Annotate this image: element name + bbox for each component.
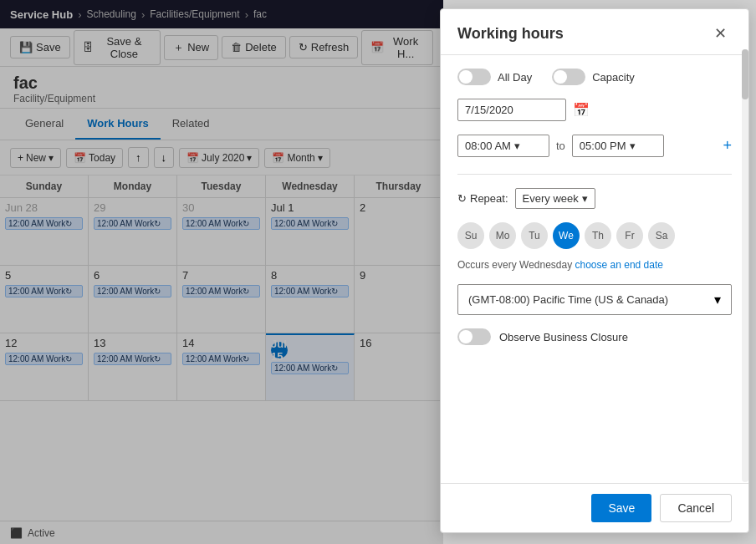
- divider: [457, 174, 732, 175]
- repeat-row: ↻ Repeat: Every week ▾: [457, 188, 732, 209]
- capacity-toggle-group: Capacity: [552, 69, 635, 85]
- day-sunday[interactable]: Su: [457, 222, 484, 249]
- occurs-text: Occurs every Wednesday choose an end dat…: [457, 259, 732, 271]
- repeat-value: Every week: [523, 192, 579, 205]
- close-button[interactable]: ✕: [709, 23, 732, 44]
- repeat-label: ↻ Repeat:: [457, 192, 508, 205]
- panel-header: Working hours ✕: [441, 9, 748, 55]
- timezone-label: (GMT-08:00) Pacific Time (US & Canada): [468, 293, 668, 306]
- start-time-select[interactable]: 08:00 AM ▾: [457, 135, 549, 157]
- timezone-chevron-icon: ▾: [714, 292, 721, 308]
- panel-title: Working hours: [457, 25, 564, 43]
- scrollbar-thumb[interactable]: [742, 49, 748, 99]
- repeat-chevron-icon: ▾: [582, 192, 588, 205]
- start-time-chevron: ▾: [514, 140, 520, 152]
- observe-row: Observe Business Closure: [457, 328, 732, 345]
- end-time-value: 05:00 PM: [580, 140, 626, 152]
- end-time-select[interactable]: 05:00 PM ▾: [572, 135, 664, 157]
- day-thursday[interactable]: Th: [585, 222, 611, 249]
- observe-label: Observe Business Closure: [499, 331, 628, 343]
- occurs-description: Occurs every Wednesday: [457, 259, 572, 271]
- time-row: 08:00 AM ▾ to 05:00 PM ▾ +: [457, 135, 732, 157]
- days-row: Su Mo Tu We Th Fr Sa: [457, 222, 732, 249]
- observe-toggle[interactable]: [457, 328, 491, 345]
- capacity-label: Capacity: [592, 71, 635, 84]
- cancel-button[interactable]: Cancel: [660, 494, 732, 522]
- day-tuesday[interactable]: Tu: [521, 222, 548, 249]
- capacity-toggle[interactable]: [552, 69, 585, 85]
- time-to-label: to: [556, 140, 565, 152]
- toggle-row: All Day Capacity: [457, 69, 732, 85]
- choose-end-date-link[interactable]: choose an end date: [575, 259, 663, 271]
- working-hours-panel: Working hours ✕ All Day Capacity 📅 08:00…: [440, 8, 749, 533]
- day-wednesday[interactable]: We: [553, 222, 580, 249]
- date-row: 📅: [457, 99, 732, 121]
- calendar-picker-icon[interactable]: 📅: [573, 102, 590, 118]
- add-time-button[interactable]: +: [723, 137, 732, 155]
- date-input[interactable]: [457, 99, 566, 121]
- all-day-toggle-group: All Day: [457, 69, 532, 85]
- start-time-value: 08:00 AM: [465, 140, 511, 152]
- all-day-toggle[interactable]: [457, 69, 491, 85]
- repeat-label-text: Repeat:: [470, 192, 508, 205]
- repeat-select[interactable]: Every week ▾: [515, 188, 595, 209]
- repeat-icon: ↻: [457, 192, 467, 205]
- day-saturday[interactable]: Sa: [648, 222, 675, 249]
- save-button[interactable]: Save: [591, 494, 651, 522]
- scrollbar-track: [742, 49, 748, 482]
- day-monday[interactable]: Mo: [489, 222, 516, 249]
- day-friday[interactable]: Fr: [616, 222, 643, 249]
- panel-footer: Save Cancel: [441, 483, 748, 532]
- panel-body: All Day Capacity 📅 08:00 AM ▾ to 05:00 P…: [441, 55, 748, 483]
- all-day-label: All Day: [498, 71, 532, 84]
- end-time-chevron: ▾: [630, 140, 636, 152]
- timezone-row[interactable]: (GMT-08:00) Pacific Time (US & Canada) ▾: [457, 284, 732, 315]
